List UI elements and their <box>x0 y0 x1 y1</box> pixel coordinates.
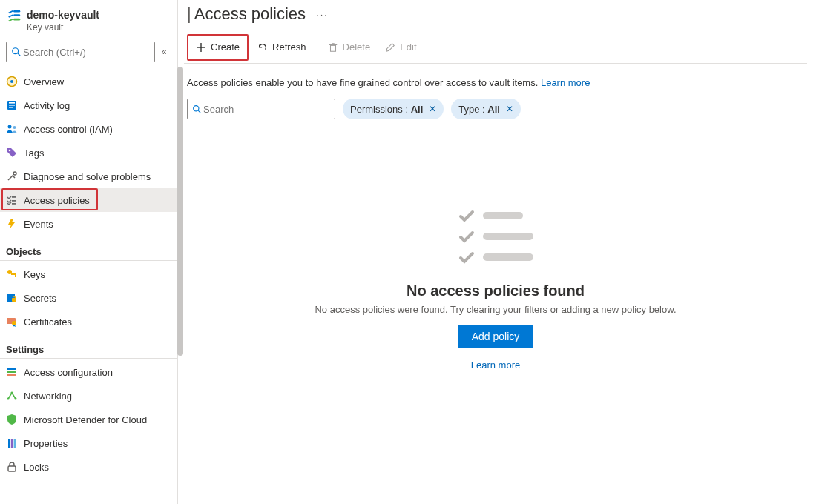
sidebar: demo-keyvault Key vault « Overview <box>0 0 178 504</box>
svg-line-42 <box>198 110 200 113</box>
description-text: Access policies enable you to have fine … <box>187 77 541 88</box>
empty-body: No access policies were found. Try clear… <box>184 304 807 315</box>
sidebar-item-label: Secrets <box>24 293 56 304</box>
check-icon <box>458 207 476 225</box>
search-icon <box>11 47 22 57</box>
svg-point-31 <box>10 391 13 394</box>
description: Access policies enable you to have fine … <box>184 64 807 96</box>
svg-point-29 <box>7 397 9 399</box>
pencil-icon <box>385 42 395 53</box>
clear-permissions-filter[interactable]: ✕ <box>429 104 436 114</box>
svg-point-30 <box>14 397 16 399</box>
sidebar-search-input[interactable] <box>22 46 150 59</box>
sidebar-item-label: Diagnose and solve problems <box>24 171 151 182</box>
networking-icon <box>6 390 24 402</box>
svg-rect-32 <box>8 439 10 448</box>
toolbar: Create Refresh Delete Edit <box>184 31 807 64</box>
svg-rect-26 <box>7 368 16 370</box>
svg-rect-9 <box>9 105 15 106</box>
sidebar-item-label: Properties <box>24 438 68 449</box>
svg-point-13 <box>9 150 11 152</box>
sidebar-section-objects: Objects <box>0 236 177 261</box>
svg-rect-1 <box>13 14 20 16</box>
empty-title: No access policies found <box>184 282 807 299</box>
tag-icon <box>6 147 24 159</box>
svg-rect-38 <box>330 45 335 51</box>
sidebar-item-diagnose[interactable]: Diagnose and solve problems <box>0 165 177 188</box>
svg-rect-10 <box>9 107 13 108</box>
properties-icon <box>6 437 24 449</box>
sidebar-item-events[interactable]: Events <box>0 212 177 236</box>
clear-type-filter[interactable]: ✕ <box>506 104 513 114</box>
filter-search[interactable] <box>187 99 335 119</box>
sidebar-item-tags[interactable]: Tags <box>0 141 177 165</box>
sidebar-item-label: Tags <box>24 147 44 159</box>
sidebar-item-label: Locks <box>24 462 49 473</box>
svg-rect-0 <box>13 10 20 13</box>
refresh-button[interactable]: Refresh <box>250 36 314 59</box>
title-divider: | <box>187 4 191 24</box>
sidebar-search[interactable] <box>6 42 155 62</box>
sidebar-item-locks[interactable]: Locks <box>0 455 177 479</box>
sidebar-item-properties[interactable]: Properties <box>0 431 177 455</box>
shield-icon <box>6 414 24 425</box>
sidebar-item-label: Access control (IAM) <box>24 124 113 135</box>
svg-rect-35 <box>8 466 16 471</box>
add-policy-button[interactable]: Add policy <box>458 325 533 348</box>
permissions-label: Permissions : <box>350 104 411 115</box>
empty-state: No access policies found No access polic… <box>184 204 807 371</box>
certificate-icon <box>6 316 24 328</box>
sidebar-item-overview[interactable]: Overview <box>0 70 177 93</box>
resource-name: demo-keyvault <box>27 9 99 21</box>
svg-rect-34 <box>14 439 16 448</box>
svg-rect-15 <box>12 196 16 198</box>
svg-point-12 <box>13 126 16 129</box>
sidebar-item-access-configuration[interactable]: Access configuration <box>0 360 177 384</box>
filter-permissions[interactable]: Permissions : All ✕ <box>343 99 444 119</box>
svg-line-4 <box>18 53 21 56</box>
filter-search-input[interactable] <box>202 103 330 116</box>
svg-point-41 <box>194 105 199 110</box>
sidebar-section-settings: Settings <box>0 334 177 359</box>
permissions-value: All <box>411 104 424 115</box>
sidebar-item-access-policies[interactable]: Access policies <box>0 188 177 212</box>
resource-header: demo-keyvault Key vault <box>0 0 177 37</box>
sidebar-item-label: Networking <box>24 391 72 402</box>
learn-more-link[interactable]: Learn more <box>541 77 590 88</box>
type-label: Type : <box>458 104 487 115</box>
plus-icon <box>196 42 206 53</box>
keyvault-icon <box>6 9 27 25</box>
access-control-icon <box>6 123 24 135</box>
empty-learn-more-link[interactable]: Learn more <box>184 359 807 371</box>
sidebar-item-label: Keys <box>24 269 45 280</box>
create-label: Create <box>211 42 240 53</box>
sidebar-item-secrets[interactable]: Secrets <box>0 286 177 310</box>
sidebar-item-networking[interactable]: Networking <box>0 384 177 408</box>
svg-point-6 <box>10 80 13 83</box>
edit-button: Edit <box>378 36 424 59</box>
filter-type[interactable]: Type : All ✕ <box>451 99 521 119</box>
sidebar-item-access-control[interactable]: Access control (IAM) <box>0 117 177 141</box>
access-configuration-icon <box>6 366 24 378</box>
diagnose-icon <box>6 170 24 182</box>
delete-label: Delete <box>343 42 371 53</box>
sidebar-item-label: Access policies <box>24 195 90 206</box>
access-policies-icon <box>6 194 24 206</box>
main-content: | Access policies ··· Create Refresh <box>178 0 816 504</box>
sidebar-item-label: Overview <box>24 76 64 87</box>
sidebar-item-defender[interactable]: Microsoft Defender for Cloud <box>0 408 177 431</box>
collapse-sidebar-button[interactable]: « <box>155 47 173 57</box>
key-icon <box>6 268 24 280</box>
sidebar-item-activity-log[interactable]: Activity log <box>0 93 177 117</box>
svg-rect-8 <box>9 102 15 104</box>
sidebar-item-certificates[interactable]: Certificates <box>0 310 177 334</box>
svg-point-3 <box>13 48 19 54</box>
sidebar-item-keys[interactable]: Keys <box>0 262 177 286</box>
svg-point-14 <box>13 172 16 175</box>
svg-rect-17 <box>12 203 16 205</box>
create-button[interactable]: Create <box>188 36 247 59</box>
svg-rect-16 <box>12 200 16 202</box>
type-value: All <box>487 104 500 115</box>
more-actions-button[interactable]: ··· <box>316 9 329 20</box>
svg-rect-33 <box>11 439 13 448</box>
